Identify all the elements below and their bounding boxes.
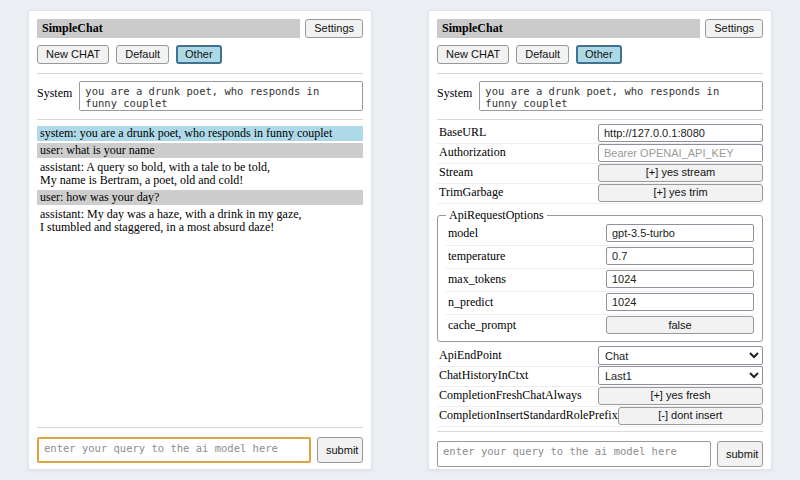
setting-label: TrimGarbage: [437, 185, 503, 200]
chathistoryinctxt-select[interactable]: Last1: [598, 366, 763, 385]
authorization-input[interactable]: [598, 144, 763, 162]
settings-button[interactable]: Settings: [705, 19, 763, 38]
settings-panel: SimpleChat Settings New CHAT Default Oth…: [428, 10, 772, 470]
setting-row-temperature: temperature: [446, 246, 754, 269]
app-title: SimpleChat: [437, 19, 700, 38]
divider: [437, 431, 763, 432]
setting-label: ChatHistoryInCtxt: [437, 368, 528, 383]
completion-fresh-toggle-button[interactable]: [+] yes fresh: [598, 387, 763, 405]
setting-row-apiendpoint: ApiEndPoint Chat: [437, 347, 763, 367]
setting-label: temperature: [446, 249, 505, 264]
tab-default[interactable]: Default: [516, 45, 569, 64]
setting-row-max-tokens: max_tokens: [446, 269, 754, 292]
system-prompt-label: System: [37, 81, 72, 101]
setting-label: BaseURL: [437, 125, 486, 140]
chat-message-list: system: you are a drunk poet, who respon…: [37, 126, 363, 235]
setting-row-chathistoryinctxt: ChatHistoryInCtxt Last1: [437, 367, 763, 387]
setting-label: Authorization: [437, 145, 506, 160]
model-input[interactable]: [606, 224, 754, 242]
submit-button[interactable]: submit: [717, 441, 763, 467]
query-row: submit: [437, 441, 763, 467]
setting-label: n_predict: [446, 295, 493, 310]
setting-label: Stream: [437, 165, 473, 180]
chat-message-user: user: what is your name: [37, 143, 363, 158]
setting-label: CompletionFreshChatAlways: [437, 388, 582, 403]
api-request-options-group: ApiRequestOptions model temperature max_…: [437, 208, 763, 342]
tab-default[interactable]: Default: [116, 45, 169, 64]
new-chat-button[interactable]: New CHAT: [437, 45, 509, 64]
setting-row-n-predict: n_predict: [446, 292, 754, 315]
divider: [37, 73, 363, 74]
divider: [37, 427, 363, 428]
system-prompt-row: System you are a drunk poet, who respond…: [37, 81, 363, 111]
setting-row-authorization: Authorization: [437, 144, 763, 164]
setting-row-baseurl: BaseURL: [437, 124, 763, 144]
chat-panel: SimpleChat Settings New CHAT Default Oth…: [28, 10, 372, 470]
trimgarbage-toggle-button[interactable]: [+] yes trim: [598, 184, 763, 202]
setting-label: model: [446, 226, 478, 241]
chat-session-tabs: New CHAT Default Other: [37, 45, 363, 64]
setting-row-trimgarbage: TrimGarbage [+] yes trim: [437, 184, 763, 204]
system-prompt-row: System you are a drunk poet, who respond…: [437, 81, 763, 111]
setting-row-completioninsertstandardroleprefix: CompletionInsertStandardRolePrefix [-] d…: [437, 407, 763, 427]
tab-other[interactable]: Other: [576, 45, 622, 64]
system-prompt-input[interactable]: you are a drunk poet, who responds in fu…: [479, 81, 763, 111]
tab-other[interactable]: Other: [176, 45, 222, 64]
settings-button[interactable]: Settings: [305, 19, 363, 38]
query-input[interactable]: [437, 441, 711, 467]
n-predict-input[interactable]: [606, 293, 754, 311]
setting-label: ApiEndPoint: [437, 348, 502, 363]
system-prompt-label: System: [437, 81, 472, 101]
setting-row-completionfreshchatalways: CompletionFreshChatAlways [+] yes fresh: [437, 387, 763, 407]
submit-button[interactable]: submit: [317, 437, 363, 463]
system-prompt-input[interactable]: you are a drunk poet, who responds in fu…: [79, 81, 363, 111]
app-header: SimpleChat Settings: [437, 19, 763, 38]
divider: [37, 119, 363, 120]
completion-insert-toggle-button[interactable]: [-] dont insert: [618, 407, 763, 425]
chat-message-system: system: you are a drunk poet, who respon…: [37, 126, 363, 141]
divider: [437, 119, 763, 120]
cache-prompt-toggle-button[interactable]: false: [606, 316, 754, 334]
app-header: SimpleChat Settings: [37, 19, 363, 38]
chat-message-assistant: assistant: My day was a haze, with a dri…: [37, 207, 363, 235]
setting-row-stream: Stream [+] yes stream: [437, 164, 763, 184]
chat-message-assistant: assistant: A query so bold, with a tale …: [37, 160, 363, 188]
app-title: SimpleChat: [37, 19, 300, 38]
query-input[interactable]: [37, 437, 311, 463]
baseurl-input[interactable]: [598, 124, 763, 142]
chat-session-tabs: New CHAT Default Other: [437, 45, 763, 64]
temperature-input[interactable]: [606, 247, 754, 265]
stream-toggle-button[interactable]: [+] yes stream: [598, 164, 763, 182]
setting-row-cache-prompt: cache_prompt false: [446, 315, 754, 337]
empty-space: [37, 235, 363, 423]
divider: [437, 73, 763, 74]
setting-row-model: model: [446, 223, 754, 246]
setting-label: max_tokens: [446, 272, 506, 287]
setting-label: cache_prompt: [446, 318, 516, 333]
max-tokens-input[interactable]: [606, 270, 754, 288]
api-request-options-legend: ApiRequestOptions: [446, 208, 547, 223]
new-chat-button[interactable]: New CHAT: [37, 45, 109, 64]
apiendpoint-select[interactable]: Chat: [598, 346, 763, 365]
chat-message-user: user: how was your day?: [37, 190, 363, 205]
setting-label: CompletionInsertStandardRolePrefix: [437, 408, 618, 423]
query-row: submit: [37, 437, 363, 463]
